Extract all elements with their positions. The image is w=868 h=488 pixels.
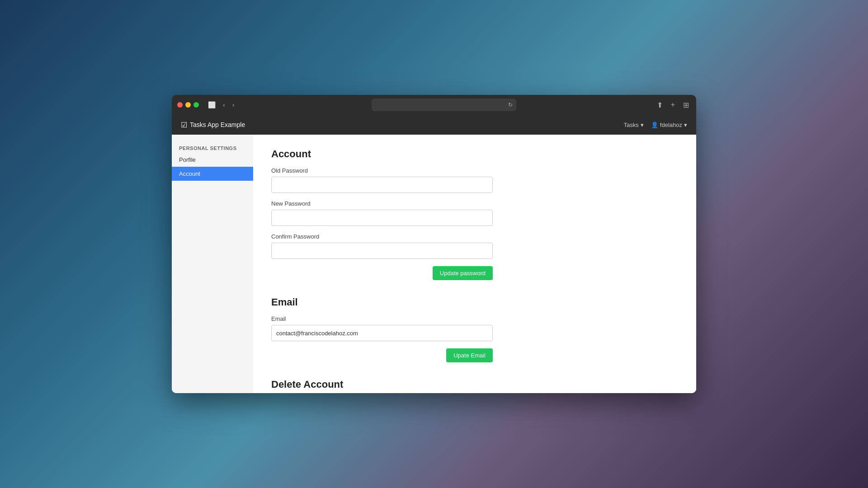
email-group: Email bbox=[271, 315, 678, 341]
confirm-password-input[interactable] bbox=[271, 243, 493, 259]
new-password-label: New Password bbox=[271, 200, 678, 207]
main-content: Account Old Password New Password Confir… bbox=[253, 135, 696, 393]
page-layout: Personal settings Porfile Account Accoun… bbox=[172, 135, 696, 393]
address-input[interactable] bbox=[372, 99, 516, 111]
sidebar-section-label: Personal settings bbox=[172, 142, 253, 153]
new-tab-button[interactable]: + bbox=[669, 100, 677, 110]
password-section-title: Account bbox=[271, 148, 678, 160]
old-password-label: Old Password bbox=[271, 167, 678, 174]
minimize-button[interactable] bbox=[185, 102, 191, 108]
forward-button[interactable]: › bbox=[231, 100, 236, 109]
new-password-group: New Password bbox=[271, 200, 678, 226]
email-form-actions: Upate Email bbox=[271, 348, 493, 362]
app-logo: ☑ Tasks App Example bbox=[181, 121, 245, 129]
address-bar-container: ↻ bbox=[240, 99, 647, 111]
back-button[interactable]: ‹ bbox=[221, 100, 227, 109]
app-nav: Tasks ▾ 👤 fdelahoz ▾ bbox=[624, 122, 687, 128]
browser-window: ⬜ ‹ › ↻ ⬆ + ⊞ ☑ Tasks App Example Tasks bbox=[172, 95, 696, 393]
email-label: Email bbox=[271, 315, 678, 322]
reload-icon[interactable]: ↻ bbox=[508, 102, 513, 108]
traffic-lights bbox=[177, 102, 199, 108]
password-section: Account Old Password New Password Confir… bbox=[271, 148, 678, 280]
sidebar-item-profile[interactable]: Porfile bbox=[172, 153, 253, 167]
tasks-nav-link[interactable]: Tasks ▾ bbox=[624, 122, 644, 128]
share-button[interactable]: ⬆ bbox=[655, 100, 665, 110]
tasks-nav-label: Tasks bbox=[624, 122, 639, 128]
sidebar: Personal settings Porfile Account bbox=[172, 135, 253, 393]
browser-content: ☑ Tasks App Example Tasks ▾ 👤 fdelahoz ▾… bbox=[172, 115, 696, 393]
update-email-button[interactable]: Upate Email bbox=[446, 348, 493, 362]
close-button[interactable] bbox=[177, 102, 183, 108]
delete-account-title: Delete Account bbox=[271, 379, 678, 390]
user-icon: 👤 bbox=[651, 122, 658, 128]
password-form-actions: Update password bbox=[271, 266, 493, 280]
sidebar-toggle-button[interactable]: ⬜ bbox=[206, 100, 217, 109]
update-password-button[interactable]: Update password bbox=[433, 266, 493, 280]
tasks-nav-arrow: ▾ bbox=[641, 122, 644, 128]
old-password-input[interactable] bbox=[271, 177, 493, 193]
delete-account-section: Delete Account Delete your account bbox=[271, 379, 678, 393]
browser-actions: ⬆ + ⊞ bbox=[655, 100, 691, 110]
new-password-input[interactable] bbox=[271, 210, 493, 226]
user-nav-label: fdelahoz bbox=[660, 122, 682, 128]
email-input[interactable] bbox=[271, 325, 493, 341]
user-nav-link[interactable]: 👤 fdelahoz ▾ bbox=[651, 122, 687, 128]
email-section: Email Email Upate Email bbox=[271, 296, 678, 362]
address-bar-wrapper: ↻ bbox=[372, 99, 516, 111]
grid-button[interactable]: ⊞ bbox=[681, 100, 691, 110]
user-nav-arrow: ▾ bbox=[684, 122, 687, 128]
email-section-title: Email bbox=[271, 296, 678, 308]
app-header: ☑ Tasks App Example Tasks ▾ 👤 fdelahoz ▾ bbox=[172, 115, 696, 135]
confirm-password-group: Confirm Password bbox=[271, 233, 678, 259]
sidebar-item-account[interactable]: Account bbox=[172, 167, 253, 181]
old-password-group: Old Password bbox=[271, 167, 678, 193]
logo-icon: ☑ bbox=[181, 121, 187, 129]
browser-titlebar: ⬜ ‹ › ↻ ⬆ + ⊞ bbox=[172, 95, 696, 115]
confirm-password-label: Confirm Password bbox=[271, 233, 678, 240]
maximize-button[interactable] bbox=[193, 102, 199, 108]
app-title: Tasks App Example bbox=[190, 121, 245, 128]
